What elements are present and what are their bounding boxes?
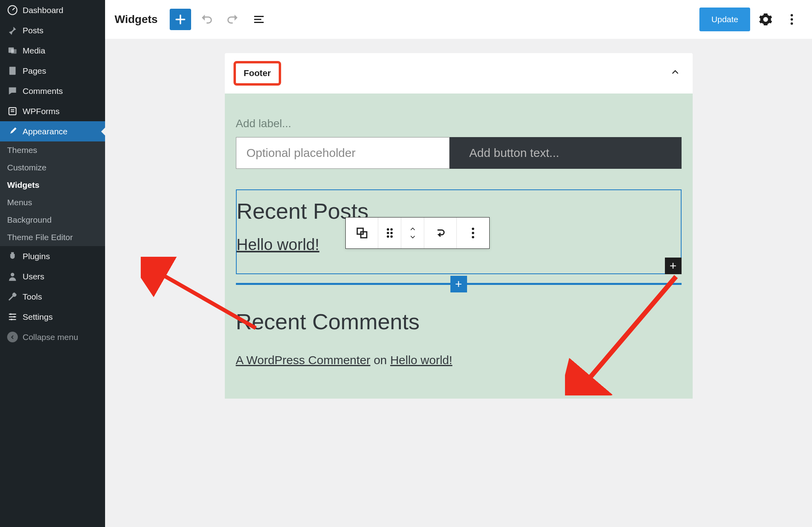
svg-point-14 — [387, 228, 389, 231]
svg-point-17 — [390, 232, 393, 234]
svg-point-10 — [791, 18, 793, 21]
user-icon — [7, 271, 18, 282]
admin-sidebar: Dashboard Posts Media Pages Comments WPF… — [0, 0, 105, 527]
svg-rect-2 — [11, 49, 17, 53]
list-view-button[interactable] — [248, 9, 270, 30]
sidebar-submenu: Themes Customize Widgets Menus Backgroun… — [0, 141, 105, 246]
sidebar-item-posts[interactable]: Posts — [0, 20, 105, 40]
plug-icon — [7, 251, 18, 262]
svg-point-20 — [472, 228, 474, 230]
block-more-options[interactable] — [457, 218, 489, 248]
form-icon — [7, 106, 18, 116]
sidebar-item-tools[interactable]: Tools — [0, 286, 105, 307]
svg-rect-3 — [10, 67, 16, 74]
search-input[interactable]: Optional placeholder — [236, 137, 450, 169]
submenu-theme-file-editor[interactable]: Theme File Editor — [0, 229, 105, 246]
submenu-background[interactable]: Background — [0, 211, 105, 229]
svg-point-6 — [10, 313, 12, 315]
sliders-icon — [7, 311, 18, 322]
media-icon — [7, 45, 18, 56]
search-button[interactable]: Add button text... — [450, 137, 682, 169]
svg-point-22 — [472, 236, 474, 239]
sidebar-item-label: Settings — [23, 312, 53, 322]
drag-handle[interactable] — [378, 218, 401, 248]
add-block-inside-button[interactable]: + — [665, 258, 682, 274]
svg-point-15 — [390, 228, 393, 231]
more-options-button[interactable] — [781, 9, 802, 30]
sidebar-item-label: Users — [23, 272, 44, 281]
editor-topbar: Widgets Update — [105, 0, 812, 39]
redo-button[interactable] — [222, 9, 243, 30]
undo-button[interactable] — [196, 9, 217, 30]
sidebar-item-label: Appearance — [23, 127, 67, 136]
wrench-icon — [7, 291, 18, 302]
search-block: Optional placeholder Add button text... — [236, 137, 682, 169]
sidebar-item-wpforms[interactable]: WPForms — [0, 101, 105, 121]
settings-button[interactable] — [755, 9, 776, 30]
chevron-up-icon[interactable] — [670, 67, 681, 80]
block-inserter-button[interactable]: + — [450, 276, 467, 292]
page-title: Widgets — [115, 13, 158, 26]
svg-point-18 — [387, 235, 389, 238]
sidebar-item-dashboard[interactable]: Dashboard — [0, 0, 105, 20]
svg-point-9 — [791, 14, 793, 17]
comment-post-link[interactable]: Hello world! — [390, 353, 452, 367]
collapse-label: Collapse menu — [23, 332, 78, 342]
block-toolbar — [345, 217, 490, 249]
collapse-menu[interactable]: Collapse menu — [0, 327, 105, 347]
sidebar-item-label: Plugins — [23, 252, 50, 261]
sidebar-item-label: Pages — [23, 66, 46, 76]
add-block-button[interactable] — [170, 9, 191, 30]
move-to-widget-area-button[interactable] — [424, 218, 457, 248]
sidebar-item-comments[interactable]: Comments — [0, 81, 105, 101]
svg-point-5 — [11, 273, 14, 277]
recent-post-link[interactable]: Hello world! — [237, 236, 320, 253]
sidebar-item-appearance[interactable]: Appearance — [0, 121, 105, 141]
block-inserter-line[interactable]: + — [236, 283, 682, 285]
main-area: Widgets Update Footer — [105, 0, 812, 527]
submenu-menus[interactable]: Menus — [0, 194, 105, 211]
svg-point-11 — [791, 23, 793, 25]
sidebar-item-label: Tools — [23, 292, 42, 302]
submenu-themes[interactable]: Themes — [0, 141, 105, 159]
sidebar-item-settings[interactable]: Settings — [0, 307, 105, 327]
sidebar-item-media[interactable]: Media — [0, 40, 105, 61]
recent-comment-item: A WordPress Commenter on Hello world! — [236, 353, 682, 367]
submenu-customize[interactable]: Customize — [0, 159, 105, 176]
editor-content: Footer Add label... Optional placeholder… — [105, 39, 812, 527]
dashboard-icon — [7, 5, 18, 15]
sidebar-item-label: Dashboard — [23, 6, 63, 15]
sidebar-item-label: Comments — [23, 86, 63, 96]
svg-point-7 — [13, 316, 15, 318]
recent-comments-heading: Recent Comments — [236, 309, 682, 334]
panel-header[interactable]: Footer — [225, 53, 693, 94]
brush-icon — [7, 126, 18, 137]
svg-point-16 — [387, 232, 389, 234]
sidebar-item-label: Posts — [23, 26, 44, 35]
annotation-highlight — [234, 61, 281, 86]
svg-point-21 — [472, 232, 474, 234]
svg-point-19 — [390, 235, 393, 238]
sidebar-item-users[interactable]: Users — [0, 266, 105, 286]
collapse-icon — [7, 332, 18, 342]
comment-on-text: on — [373, 353, 387, 367]
comment-author-link[interactable]: A WordPress Commenter — [236, 353, 371, 367]
sidebar-item-label: WPForms — [23, 107, 59, 116]
sidebar-item-label: Media — [23, 46, 45, 55]
recent-comments-block[interactable]: Recent Comments A WordPress Commenter on… — [236, 309, 682, 367]
page-icon — [7, 65, 18, 76]
pin-icon — [7, 25, 18, 36]
svg-point-8 — [11, 319, 13, 321]
sidebar-item-plugins[interactable]: Plugins — [0, 246, 105, 266]
submenu-widgets[interactable]: Widgets — [0, 176, 105, 194]
search-label-placeholder[interactable]: Add label... — [236, 117, 682, 130]
block-type-button[interactable] — [346, 218, 378, 248]
sidebar-item-pages[interactable]: Pages — [0, 61, 105, 81]
update-button[interactable]: Update — [699, 8, 750, 31]
comment-icon — [7, 86, 18, 96]
move-up-down[interactable] — [401, 218, 424, 248]
